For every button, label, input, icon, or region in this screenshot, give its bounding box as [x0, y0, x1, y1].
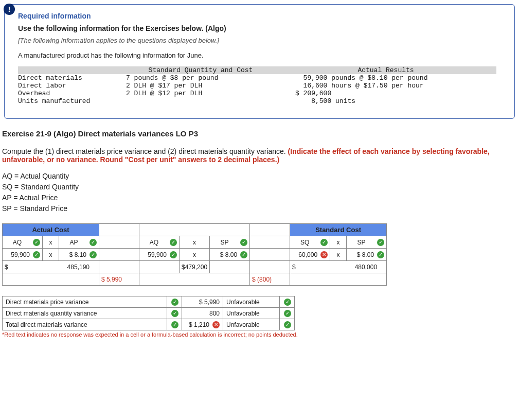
- c1-aq-label[interactable]: AQ✓: [3, 236, 43, 249]
- grid-gap-1c: [250, 224, 290, 236]
- c1-ap-val[interactable]: $ 8.10✓: [59, 249, 99, 261]
- c1-ap-label[interactable]: AP✓: [59, 236, 99, 249]
- legend-sp: SP = Standard Price: [2, 203, 517, 214]
- check-icon: ✓: [171, 299, 178, 306]
- grid-gap-5b: [139, 273, 250, 286]
- check-icon: ✓: [377, 251, 384, 258]
- c2-x1: x: [180, 236, 210, 249]
- summary-pre-check-price: ✓: [167, 296, 182, 308]
- alert-icon: !: [4, 4, 15, 15]
- grid-header-standard: Standard Cost: [290, 224, 387, 236]
- summary-eff-qty[interactable]: Unfavorable: [223, 308, 280, 319]
- grid-gap-3a: [99, 249, 139, 261]
- c2-aq-label[interactable]: AQ✓: [139, 236, 180, 249]
- required-info-box: ! Required information Use the following…: [4, 4, 515, 119]
- summary-label-qty: Direct materials quantity variance: [3, 308, 167, 319]
- legend-sq: SQ = Standard Quantity: [2, 182, 517, 192]
- summary-row-price: Direct materials price variance ✓ $ 5,99…: [3, 296, 295, 308]
- c2-total: $479,200: [180, 261, 210, 273]
- c2-aq-val[interactable]: 59,900✓: [139, 249, 180, 261]
- grid-gap-5a: [3, 273, 99, 286]
- data-row-dm-std: 7 pounds @ $8 per pound: [126, 74, 275, 82]
- grid-gap-1a: [99, 224, 139, 236]
- c3-sp-label[interactable]: SP✓: [347, 236, 387, 249]
- c3-x1: x: [330, 236, 347, 249]
- grid-gap-3b: [250, 249, 290, 261]
- info-intro: A manufactured product has the following…: [18, 51, 501, 59]
- grid-gap-4a: [99, 261, 139, 273]
- c3-sp-val[interactable]: $ 8.00✓: [347, 249, 387, 261]
- grid-gap-1b: [139, 224, 250, 236]
- check-icon: ✓: [171, 321, 178, 328]
- c3-sq-val[interactable]: 60,000✕: [290, 249, 330, 261]
- legend-ap: AP = Actual Price: [2, 192, 517, 203]
- summary-val-price[interactable]: $ 5,990: [182, 296, 223, 308]
- check-icon: ✓: [284, 310, 291, 317]
- data-row-oh-act: $ 209,600: [275, 90, 496, 97]
- grid-gap-2a: [99, 236, 139, 249]
- summary-post-check-total: ✓: [280, 319, 295, 330]
- prompt-plain: Compute the (1) direct materials price v…: [2, 147, 288, 155]
- data-row-oh-std: 2 DLH @ $12 per DLH: [126, 90, 275, 97]
- grid-gap-4c: [210, 261, 250, 273]
- c2-sp-val[interactable]: $ 8.00✓: [210, 249, 250, 261]
- summary-post-check-qty: ✓: [280, 308, 295, 319]
- summary-val-qty[interactable]: 800: [182, 308, 223, 319]
- variance-grid: Actual Cost Standard Cost AQ✓ x AP✓ AQ✓ …: [2, 223, 387, 286]
- exercise-title: Exercise 21-9 (Algo) Direct materials va…: [2, 129, 517, 138]
- data-row-dl-act: 16,600 hours @ $17.50 per hour: [275, 82, 496, 90]
- summary-table: Direct materials price variance ✓ $ 5,99…: [2, 296, 295, 330]
- c1-x2: x: [43, 249, 59, 261]
- check-icon: ✓: [240, 239, 247, 246]
- info-subheading: [The following information applies to th…: [18, 37, 501, 44]
- summary-post-check-price: ✓: [280, 296, 295, 308]
- check-icon: ✓: [90, 251, 97, 258]
- check-icon: ✓: [284, 321, 291, 328]
- data-row-um-label: Units manufactured: [18, 97, 126, 105]
- diff-price[interactable]: $ 5,990: [99, 273, 139, 286]
- data-row-dl-std: 2 DLH @ $17 per DLH: [126, 82, 275, 90]
- summary-row-qty: Direct materials quantity variance ✓ 800…: [3, 308, 295, 319]
- summary-val-total[interactable]: $ 1,210✕: [182, 319, 223, 330]
- data-row-dl-label: Direct labor: [18, 82, 126, 90]
- c3-x2: x: [330, 249, 347, 261]
- summary-eff-price[interactable]: Unfavorable: [223, 296, 280, 308]
- info-heading: Use the following information for the Ex…: [18, 24, 501, 32]
- c1-x1: x: [43, 236, 59, 249]
- c1-total: $485,190: [3, 261, 99, 273]
- c3-sq-label[interactable]: SQ✓: [290, 236, 330, 249]
- data-header-actual: Actual Results: [275, 66, 496, 74]
- data-row-um-act: 8,500 units: [275, 97, 496, 105]
- data-row-oh-label: Overhead: [18, 90, 126, 97]
- check-icon: ✓: [170, 239, 177, 246]
- check-icon: ✓: [33, 239, 40, 246]
- c2-x2: x: [180, 249, 210, 261]
- check-icon: ✓: [33, 251, 40, 258]
- exercise-prompt: Compute the (1) direct materials price v…: [2, 147, 517, 164]
- summary-row-total: Total direct materials variance ✓ $ 1,21…: [3, 319, 295, 330]
- check-icon: ✓: [377, 239, 384, 246]
- summary-pre-check-total: ✓: [167, 319, 182, 330]
- footnote-text: *Red text indicates no response was expe…: [2, 331, 517, 338]
- summary-pre-check-qty: ✓: [167, 308, 182, 319]
- check-icon: ✓: [90, 239, 97, 246]
- c2-sp-label[interactable]: SP✓: [210, 236, 250, 249]
- summary-label-price: Direct materials price variance: [3, 296, 167, 308]
- data-header-standard: Standard Quantity and Cost: [126, 66, 275, 74]
- legend-block: AQ = Actual Quantity SQ = Standard Quant…: [2, 171, 517, 214]
- check-icon: ✓: [320, 239, 328, 246]
- legend-aq: AQ = Actual Quantity: [2, 171, 517, 182]
- data-row-um-std: [126, 97, 275, 105]
- data-header-blank: [18, 66, 126, 74]
- summary-eff-total[interactable]: Unfavorable: [223, 319, 280, 330]
- grid-gap-5c: [290, 273, 387, 286]
- c1-aq-val[interactable]: 59,900✓: [3, 249, 43, 261]
- grid-gap-4b: [139, 261, 180, 273]
- diff-qty[interactable]: $ (800): [250, 273, 290, 286]
- check-icon: ✓: [284, 299, 291, 306]
- data-row-dm-label: Direct materials: [18, 74, 126, 82]
- check-icon: ✓: [171, 310, 178, 317]
- info-data-block: Standard Quantity and Cost Actual Result…: [18, 66, 501, 105]
- data-row-dm-act: 59,900 pounds @ $8.10 per pound: [275, 74, 496, 82]
- check-icon: ✓: [240, 251, 247, 258]
